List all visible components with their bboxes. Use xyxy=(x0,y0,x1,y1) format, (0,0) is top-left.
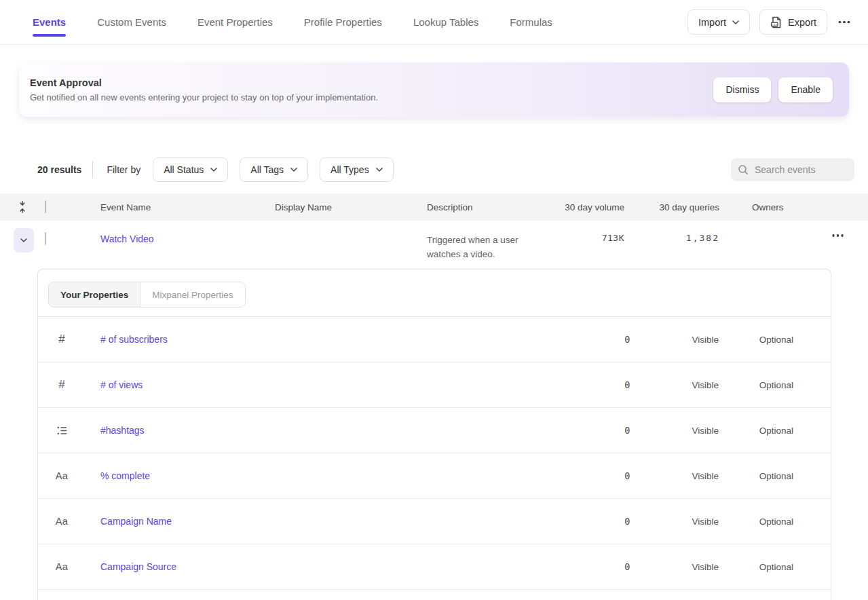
dismiss-button[interactable]: Dismiss xyxy=(713,77,771,102)
tab-events[interactable]: Events xyxy=(33,16,66,28)
chevron-down-icon xyxy=(290,168,297,172)
tab-custom-events[interactable]: Custom Events xyxy=(97,16,166,28)
search-box[interactable] xyxy=(731,158,854,181)
banner-description: Get notified on all new events entering … xyxy=(30,92,713,102)
search-input[interactable] xyxy=(755,164,843,175)
properties-tab-group: Your Properties Mixpanel Properties xyxy=(48,282,246,307)
tab-formulas[interactable]: Formulas xyxy=(510,16,552,28)
property-queries: 0 xyxy=(583,516,630,527)
text-type-icon xyxy=(56,515,69,527)
row-more-icon[interactable] xyxy=(831,229,846,242)
tab-mixpanel-properties[interactable]: Mixpanel Properties xyxy=(140,282,244,307)
search-icon xyxy=(738,164,749,175)
import-button[interactable]: Import xyxy=(687,10,750,35)
number-type-icon xyxy=(58,333,64,346)
export-button[interactable]: csv Export xyxy=(759,10,827,35)
property-row: # of subscribers 0 Visible Optional xyxy=(38,317,831,362)
filter-by-label: Filter by xyxy=(107,164,140,175)
property-visibility: Visible xyxy=(630,471,719,481)
description-cell: Triggered when a user watches a video. xyxy=(427,233,536,261)
property-name-link[interactable]: % complete xyxy=(100,470,150,481)
types-filter-dropdown[interactable]: All Types xyxy=(320,157,394,182)
top-nav: Events Custom Events Event Properties Pr… xyxy=(0,0,868,45)
property-row: # of views 0 Visible Optional xyxy=(38,362,831,408)
chevron-down-icon xyxy=(376,168,383,172)
property-name-link[interactable]: Campaign Name xyxy=(100,516,172,527)
display-name-cell xyxy=(261,221,413,233)
property-requirement: Optional xyxy=(719,380,793,390)
row-checkbox[interactable] xyxy=(45,232,46,245)
owners-cell xyxy=(719,221,808,233)
tags-filter-label: All Tags xyxy=(250,164,284,175)
banner-title: Event Approval xyxy=(30,77,713,88)
select-all-checkbox[interactable] xyxy=(45,200,46,213)
filter-bar: 20 results Filter by All Status All Tags… xyxy=(0,157,868,182)
property-requirement: Optional xyxy=(719,517,793,527)
property-row: Campaign Source 0 Visible Optional xyxy=(38,544,831,590)
events-table-header: Event Name Display Name Description 30 d… xyxy=(0,193,868,221)
event-name-link[interactable]: Watch Video xyxy=(100,233,154,244)
tab-event-properties[interactable]: Event Properties xyxy=(197,16,273,28)
text-type-icon xyxy=(56,561,69,573)
property-visibility: Visible xyxy=(630,380,719,390)
header-event-name: Event Name xyxy=(79,202,261,212)
table-row: Watch Video Triggered when a user watche… xyxy=(0,221,868,261)
property-queries: 0 xyxy=(583,425,630,436)
queries-cell: 1,382 xyxy=(624,221,719,243)
collapse-all-icon[interactable] xyxy=(0,201,45,213)
property-queries: 0 xyxy=(583,334,630,345)
status-filter-dropdown[interactable]: All Status xyxy=(153,157,228,182)
results-count: 20 results xyxy=(37,164,81,175)
export-button-label: Export xyxy=(788,17,816,28)
property-queries: 0 xyxy=(583,379,630,390)
header-display-name: Display Name xyxy=(261,202,413,212)
property-visibility: Visible xyxy=(630,517,719,527)
property-queries: 0 xyxy=(583,561,630,572)
row-expander-button[interactable] xyxy=(14,228,34,252)
chevron-down-icon xyxy=(732,20,739,24)
property-name-link[interactable]: #hashtags xyxy=(100,425,145,436)
more-options-icon[interactable] xyxy=(837,16,852,29)
types-filter-label: All Types xyxy=(331,164,369,175)
property-requirement: Optional xyxy=(719,335,793,345)
header-30-day-volume: 30 day volume xyxy=(536,202,624,212)
property-name-link[interactable]: # of views xyxy=(100,379,143,390)
list-type-icon xyxy=(57,426,67,435)
property-row: #hashtags 0 Visible Optional xyxy=(38,408,831,453)
chevron-down-icon xyxy=(210,168,217,172)
status-filter-label: All Status xyxy=(164,164,204,175)
import-button-label: Import xyxy=(698,17,726,28)
tags-filter-dropdown[interactable]: All Tags xyxy=(240,157,308,182)
chevron-down-icon xyxy=(20,238,27,242)
svg-text:csv: csv xyxy=(772,22,778,26)
property-requirement: Optional xyxy=(719,426,793,436)
property-requirement: Optional xyxy=(719,562,793,572)
property-name-link[interactable]: Campaign Source xyxy=(100,561,176,572)
text-type-icon xyxy=(56,470,69,482)
header-description: Description xyxy=(413,202,536,212)
event-approval-banner: Event Approval Get notified on all new e… xyxy=(19,62,849,117)
property-queries: 0 xyxy=(583,470,630,481)
property-name-link[interactable]: # of subscribers xyxy=(100,334,168,345)
property-requirement: Optional xyxy=(719,471,793,481)
divider xyxy=(92,161,93,179)
property-row: % complete 0 Visible Optional xyxy=(38,453,831,499)
tab-lookup-tables[interactable]: Lookup Tables xyxy=(413,16,478,28)
properties-panel: Your Properties Mixpanel Properties # of… xyxy=(37,269,831,600)
property-visibility: Visible xyxy=(630,335,719,345)
volume-cell: 713K xyxy=(536,221,624,243)
tab-profile-properties[interactable]: Profile Properties xyxy=(304,16,382,28)
property-visibility: Visible xyxy=(630,426,719,436)
lexicon-page: Events Custom Events Event Properties Pr… xyxy=(0,0,868,600)
property-row: Campaign Name 0 Visible Optional xyxy=(38,499,831,544)
header-30-day-queries: 30 day queries xyxy=(624,202,719,212)
header-owners: Owners xyxy=(719,202,808,212)
enable-button[interactable]: Enable xyxy=(778,77,833,102)
number-type-icon xyxy=(58,378,64,392)
tab-your-properties[interactable]: Your Properties xyxy=(49,282,140,307)
nav-tabs: Events Custom Events Event Properties Pr… xyxy=(33,16,552,28)
csv-file-icon: csv xyxy=(770,16,782,29)
property-visibility: Visible xyxy=(630,562,719,572)
